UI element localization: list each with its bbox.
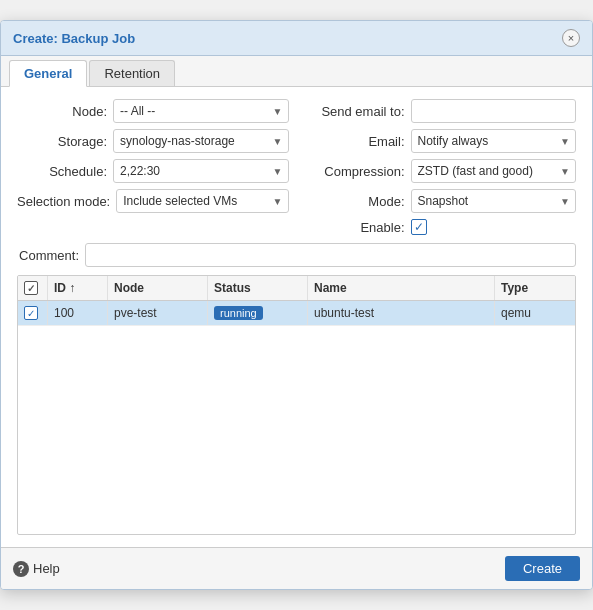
help-button[interactable]: ? Help	[13, 561, 60, 577]
enable-checkbox[interactable]: ✓	[411, 219, 427, 235]
form-grid: Node: -- All -- ▼ Storage: synology-nas-…	[17, 99, 576, 235]
help-icon: ?	[13, 561, 29, 577]
selection-mode-row: Selection mode: Include selected VMs ▼	[17, 189, 289, 213]
selection-mode-label: Selection mode:	[17, 194, 110, 209]
dialog-body: Node: -- All -- ▼ Storage: synology-nas-…	[1, 87, 592, 547]
node-select-wrap: -- All -- ▼	[113, 99, 289, 123]
tab-retention[interactable]: Retention	[89, 60, 175, 86]
node-select[interactable]: -- All --	[113, 99, 289, 123]
header-select-all-checkbox[interactable]: ✓	[24, 281, 38, 295]
tab-general[interactable]: General	[9, 60, 87, 87]
comment-label: Comment:	[17, 248, 79, 263]
col-name-header: Name	[308, 276, 495, 300]
row-checkbox-cell: ✓	[18, 301, 48, 325]
mode-select[interactable]: Snapshot	[411, 189, 577, 213]
row-select-checkbox[interactable]: ✓	[24, 306, 38, 320]
comment-row: Comment:	[17, 243, 576, 267]
schedule-label: Schedule:	[17, 164, 107, 179]
mode-select-wrap: Snapshot ▼	[411, 189, 577, 213]
email-label: Email:	[305, 134, 405, 149]
selection-mode-select[interactable]: Include selected VMs	[116, 189, 288, 213]
node-row: Node: -- All -- ▼	[17, 99, 289, 123]
create-button[interactable]: Create	[505, 556, 580, 581]
storage-label: Storage:	[17, 134, 107, 149]
create-backup-dialog: Create: Backup Job × General Retention N…	[0, 20, 593, 590]
dialog-header: Create: Backup Job ×	[1, 21, 592, 56]
email-row: Email: Notify always ▼	[305, 129, 577, 153]
schedule-row: Schedule: 2,22:30 ▼	[17, 159, 289, 183]
help-label: Help	[33, 561, 60, 576]
col-node-header: Node	[108, 276, 208, 300]
enable-label: Enable:	[305, 220, 405, 235]
mode-row: Mode: Snapshot ▼	[305, 189, 577, 213]
email-select-wrap: Notify always ▼	[411, 129, 577, 153]
storage-select-wrap: synology-nas-storage ▼	[113, 129, 289, 153]
row-check-icon: ✓	[27, 308, 35, 319]
close-button[interactable]: ×	[562, 29, 580, 47]
header-check-icon: ✓	[27, 283, 35, 294]
enable-row: Enable: ✓	[305, 219, 577, 235]
mode-label: Mode:	[305, 194, 405, 209]
compression-select[interactable]: ZSTD (fast and good)	[411, 159, 577, 183]
send-email-label: Send email to:	[305, 104, 405, 119]
col-checkbox: ✓	[18, 276, 48, 300]
comment-input[interactable]	[85, 243, 576, 267]
row-name: ubuntu-test	[308, 301, 495, 325]
table-header: ✓ ID ↑ Node Status Name Type	[18, 276, 575, 301]
send-email-row: Send email to:	[305, 99, 577, 123]
tab-bar: General Retention	[1, 56, 592, 87]
row-node: pve-test	[108, 301, 208, 325]
email-select[interactable]: Notify always	[411, 129, 577, 153]
col-type-header: Type	[495, 276, 575, 300]
dialog-title: Create: Backup Job	[13, 31, 135, 46]
row-id: 100	[48, 301, 108, 325]
node-label: Node:	[17, 104, 107, 119]
storage-select[interactable]: synology-nas-storage	[113, 129, 289, 153]
table-body: ✓ 100 pve-test running ubuntu-test qemu	[18, 301, 575, 326]
storage-row: Storage: synology-nas-storage ▼	[17, 129, 289, 153]
dialog-footer: ? Help Create	[1, 547, 592, 589]
row-status: running	[208, 301, 308, 325]
schedule-select-wrap: 2,22:30 ▼	[113, 159, 289, 183]
compression-row: Compression: ZSTD (fast and good) ▼	[305, 159, 577, 183]
send-email-input[interactable]	[411, 99, 577, 123]
compression-select-wrap: ZSTD (fast and good) ▼	[411, 159, 577, 183]
compression-label: Compression:	[305, 164, 405, 179]
col-status-header: Status	[208, 276, 308, 300]
enable-check-icon: ✓	[414, 220, 424, 234]
selection-mode-select-wrap: Include selected VMs ▼	[116, 189, 288, 213]
col-id-header: ID ↑	[48, 276, 108, 300]
row-type: qemu	[495, 301, 575, 325]
schedule-select[interactable]: 2,22:30	[113, 159, 289, 183]
form-col-left: Node: -- All -- ▼ Storage: synology-nas-…	[17, 99, 289, 235]
vm-table: ✓ ID ↑ Node Status Name Type ✓ 100	[17, 275, 576, 535]
status-badge: running	[214, 306, 263, 320]
table-row[interactable]: ✓ 100 pve-test running ubuntu-test qemu	[18, 301, 575, 326]
form-col-right: Send email to: Email: Notify always ▼ Co…	[305, 99, 577, 235]
